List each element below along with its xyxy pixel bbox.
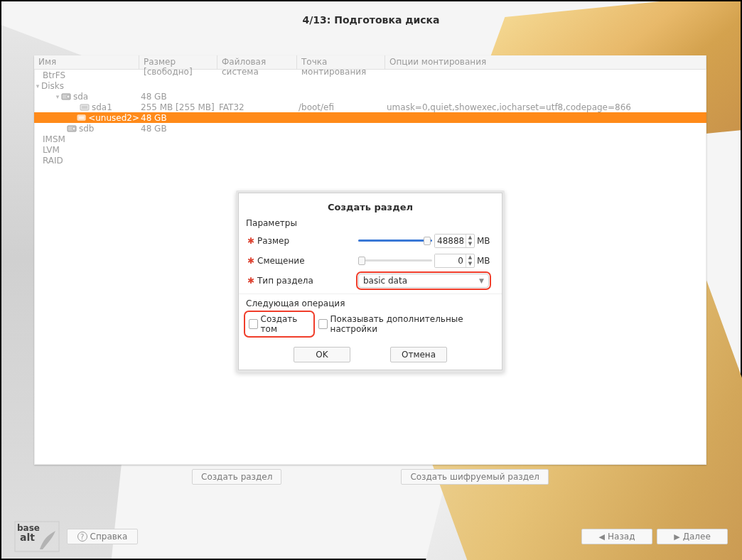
size-slider[interactable] (358, 237, 432, 245)
basealt-logo: base alt (14, 521, 60, 552)
col-fs[interactable]: Файловая система (217, 55, 297, 69)
hard-disk-icon (67, 124, 77, 134)
ok-button[interactable]: OK (294, 347, 350, 362)
col-name[interactable]: Имя (34, 55, 139, 69)
tree-row-raid[interactable]: RAID (34, 155, 706, 166)
offset-spinner[interactable]: ▲▼ (434, 254, 475, 268)
tree-row-imsm[interactable]: IMSM (34, 134, 706, 144)
svg-point-1 (67, 95, 70, 97)
help-button[interactable]: ? Справка (67, 529, 138, 544)
col-size[interactable]: Размер [свободно] (139, 55, 217, 69)
required-icon: ✱ (246, 236, 257, 246)
table-header: Имя Размер [свободно] Файловая система Т… (34, 55, 706, 70)
create-partition-dialog: Создать раздел Параметры ✱ Размер (236, 190, 505, 372)
tree-row-disks[interactable]: ▾Disks (34, 80, 706, 91)
svg-text:alt: alt (20, 532, 35, 543)
help-icon: ? (77, 532, 87, 542)
size-label: Размер (257, 236, 358, 246)
svg-rect-3 (82, 106, 87, 109)
dialog-title: Создать раздел (239, 193, 502, 218)
expand-icon[interactable]: ▾ (54, 93, 61, 100)
partition-type-select[interactable]: basic data (358, 274, 489, 288)
create-volume-label: Создать том (261, 314, 310, 334)
expand-icon[interactable]: ▾ (34, 82, 41, 90)
params-group-label: Параметры (239, 218, 502, 231)
spin-up-icon[interactable]: ▲ (466, 254, 474, 261)
tree-row-sda1[interactable]: sda1 255 MB [255 MB] FAT32 /boot/efi uma… (34, 102, 706, 112)
next-operation-label: Следующая операция (246, 298, 495, 310)
size-spinner[interactable]: ▲▼ (434, 234, 475, 248)
show-advanced-label: Показывать дополнительные настройки (330, 314, 492, 334)
size-unit: MB (477, 236, 490, 246)
spin-up-icon[interactable]: ▲ (466, 235, 474, 241)
partition-icon (77, 113, 86, 123)
svg-rect-5 (79, 116, 85, 119)
hard-disk-icon (61, 92, 71, 102)
tree-row-unused2[interactable]: <unused2> 48 GB (34, 112, 706, 123)
next-button[interactable]: ▶ Далее (657, 529, 728, 544)
spin-down-icon[interactable]: ▼ (466, 241, 474, 247)
show-advanced-checkbox[interactable] (318, 319, 328, 329)
required-icon: ✱ (246, 276, 257, 286)
page-title: 4/13: Подготовка диска (1, 1, 741, 41)
tree-row-btrfs[interactable]: BtrFS (34, 70, 706, 80)
offset-slider[interactable] (358, 257, 432, 265)
create-volume-checkbox[interactable] (249, 319, 258, 329)
col-mount[interactable]: Точка монтирования (297, 55, 385, 69)
chevron-left-icon: ◀ (599, 532, 605, 542)
tree-row-sda[interactable]: ▾ sda 48 GB (34, 91, 706, 102)
tree-row-sdb[interactable]: sdb 48 GB (34, 123, 706, 134)
col-opt[interactable]: Опции монтирования (385, 55, 706, 69)
create-encrypted-partition-button[interactable]: Создать шифруемый раздел (401, 469, 549, 485)
cancel-button[interactable]: Отмена (390, 347, 447, 362)
tree-row-lvm[interactable]: LVM (34, 144, 706, 155)
required-icon: ✱ (246, 256, 257, 266)
chevron-right-icon: ▶ (674, 532, 679, 542)
create-partition-button[interactable]: Создать раздел (192, 469, 281, 485)
offset-input[interactable] (435, 254, 466, 267)
disk-tree: BtrFS ▾Disks ▾ sda 48 GB sda1 (34, 70, 706, 166)
size-input[interactable] (435, 235, 466, 247)
offset-unit: MB (477, 256, 490, 266)
type-label: Тип раздела (257, 276, 358, 286)
back-button[interactable]: ◀ Назад (581, 529, 652, 544)
spin-down-icon[interactable]: ▼ (466, 261, 474, 267)
partition-icon (80, 102, 90, 112)
svg-point-7 (72, 126, 75, 129)
offset-label: Смещение (257, 256, 358, 266)
